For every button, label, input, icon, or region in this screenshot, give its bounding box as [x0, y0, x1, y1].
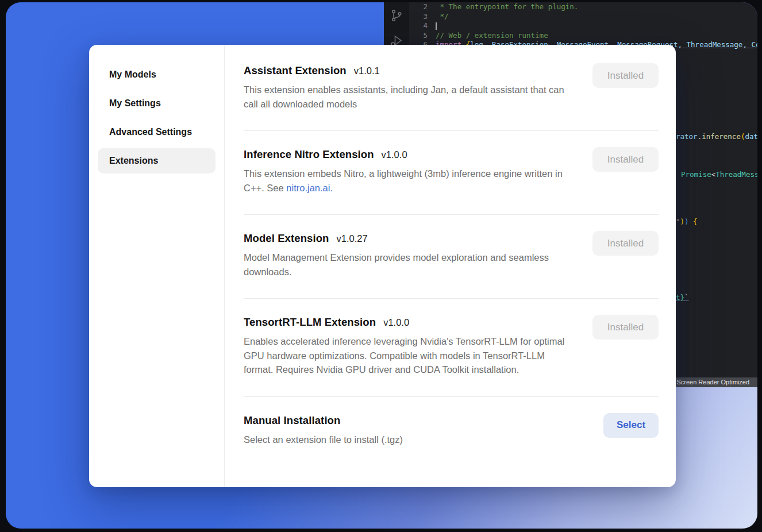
extension-title: Manual Installation	[244, 414, 340, 427]
text-cursor	[436, 22, 437, 30]
code-fragment: rator.inference(data));	[676, 132, 757, 142]
settings-sidebar: My ModelsMy SettingsAdvanced SettingsExt…	[89, 45, 225, 487]
sidebar-item-label: My Settings	[109, 98, 161, 109]
extension-version: v1.0.0	[382, 149, 407, 160]
extension-title-row: Inference Nitro Extensionv1.0.0	[244, 148, 576, 161]
extension-description: Model Management Extension provides mode…	[244, 250, 576, 279]
sidebar-item-extensions[interactable]: Extensions	[98, 148, 215, 174]
code-text: // Web / extension runtime	[436, 31, 548, 41]
extensions-list: Assistant Extensionv1.0.1This extension …	[225, 45, 676, 487]
line-number: 5	[409, 31, 436, 41]
extension-info: Assistant Extensionv1.0.1This extension …	[244, 64, 576, 111]
select-button-manual-installation[interactable]: Select	[603, 413, 659, 438]
installed-button-tensortrt-llm-extension[interactable]: Installed	[592, 315, 659, 340]
extension-title: Inference Nitro Extension	[244, 148, 374, 161]
sidebar-item-my-settings[interactable]: My Settings	[98, 91, 215, 116]
extension-title-row: TensortRT-LLM Extensionv1.0.0	[244, 316, 576, 329]
code-line-2: 2 * The entrypoint for the plugin.	[409, 2, 757, 12]
code-line-4: 4	[409, 21, 757, 31]
nitro-jan-ai-link[interactable]: nitro.jan.ai.	[286, 183, 333, 193]
extension-row-assistant-extension: Assistant Extensionv1.0.1This extension …	[244, 64, 659, 131]
code-fragment: t}`	[676, 293, 689, 303]
code-line-3: 3 */	[409, 12, 757, 22]
extension-description: Enables accelerated inference leveraging…	[244, 334, 576, 377]
code-text	[436, 21, 437, 31]
code-fragment: ")) {	[676, 217, 698, 227]
extension-description-text: This extension enables assistants, inclu…	[244, 84, 564, 109]
code-fragment: Promise<ThreadMessage>	[681, 170, 757, 180]
extension-title-row: Assistant Extensionv1.0.1	[244, 64, 576, 77]
extension-title-row: Model Extensionv1.0.27	[244, 232, 576, 245]
extension-version: v1.0.27	[337, 233, 368, 244]
extension-description-text: Select an extension file to install (.tg…	[244, 434, 403, 445]
code-text: * The entrypoint for the plugin.	[436, 2, 578, 12]
sidebar-item-label: My Models	[109, 70, 156, 80]
sidebar-item-my-models[interactable]: My Models	[98, 62, 215, 87]
extension-row-inference-nitro-extension: Inference Nitro Extensionv1.0.0This exte…	[244, 131, 659, 215]
line-number: 2	[409, 2, 436, 12]
installed-button-inference-nitro-extension[interactable]: Installed	[592, 147, 659, 172]
extension-description-text: Enables accelerated inference leveraging…	[244, 336, 564, 375]
gradient-background: 2 * The entrypoint for the plugin.3 */45…	[6, 2, 757, 529]
extension-info: TensortRT-LLM Extensionv1.0.0Enables acc…	[244, 316, 576, 377]
line-number: 4	[409, 21, 436, 31]
extension-version: v1.0.1	[354, 65, 380, 76]
sidebar-item-label: Advanced Settings	[109, 127, 192, 137]
installed-button-assistant-extension[interactable]: Installed	[592, 63, 659, 88]
code-text: */	[436, 12, 449, 22]
settings-modal: My ModelsMy SettingsAdvanced SettingsExt…	[89, 45, 676, 487]
extension-title: TensortRT-LLM Extension	[244, 316, 376, 329]
installed-button-model-extension[interactable]: Installed	[592, 231, 659, 256]
status-screen-reader-toggle[interactable]: Screen Reader Optimized	[671, 377, 757, 387]
extension-title: Assistant Extension	[244, 64, 347, 77]
extension-title-row: Manual Installation	[244, 414, 403, 427]
extension-version: v1.0.0	[383, 317, 409, 328]
extension-title: Model Extension	[244, 232, 329, 245]
extension-info: Inference Nitro Extensionv1.0.0This exte…	[244, 148, 576, 195]
source-control-icon[interactable]	[389, 8, 404, 23]
line-number: 3	[409, 12, 436, 22]
extension-row-manual-installation: Manual InstallationSelect an extension f…	[244, 397, 659, 463]
extension-row-tensortrt-llm-extension: TensortRT-LLM Extensionv1.0.0Enables acc…	[244, 299, 659, 397]
extension-info: Manual InstallationSelect an extension f…	[244, 414, 403, 447]
extension-info: Model Extensionv1.0.27Model Management E…	[244, 232, 576, 279]
sidebar-item-advanced-settings[interactable]: Advanced Settings	[98, 119, 215, 145]
extension-description: This extension embeds Nitro, a lightweig…	[244, 167, 576, 195]
extension-description-text: Model Management Extension provides mode…	[244, 252, 549, 277]
code-line-5: 5// Web / extension runtime	[409, 31, 757, 41]
sidebar-item-label: Extensions	[109, 156, 158, 166]
screenshot-canvas: 2 * The entrypoint for the plugin.3 */45…	[0, 0, 762, 532]
extension-row-model-extension: Model Extensionv1.0.27Model Management E…	[244, 215, 659, 299]
extension-description: This extension enables assistants, inclu…	[244, 83, 576, 111]
extension-description: Select an extension file to install (.tg…	[244, 433, 403, 447]
